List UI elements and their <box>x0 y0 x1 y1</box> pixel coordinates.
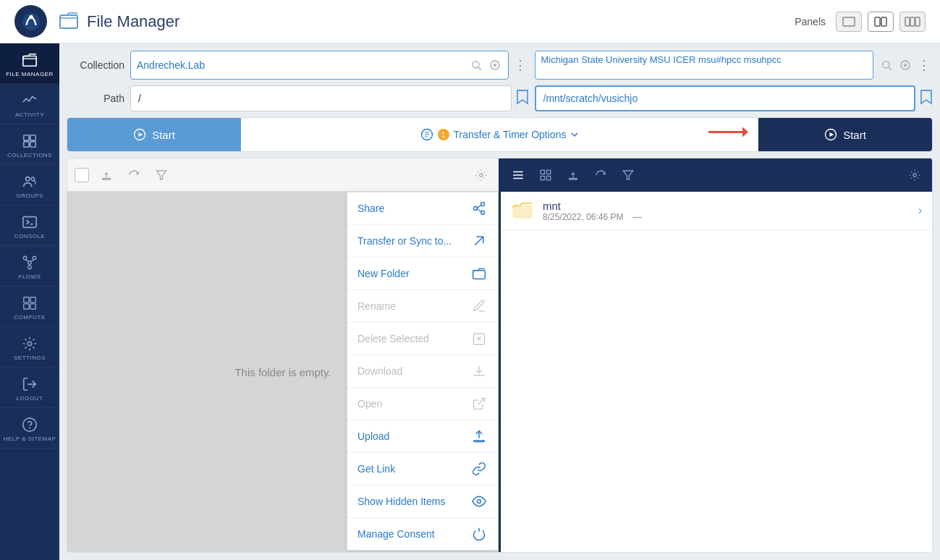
start-left-button[interactable]: Start <box>67 118 241 151</box>
left-collection-value: Andrechek.Lab <box>137 59 469 71</box>
left-settings-icon[interactable] <box>471 165 491 185</box>
right-filter-icon[interactable] <box>618 165 638 185</box>
right-refresh-icon[interactable] <box>590 165 611 185</box>
svg-rect-10 <box>24 135 29 140</box>
sidebar-item-settings[interactable]: SETTINGS <box>0 327 59 368</box>
left-collection-menu-btn[interactable]: ⋮ <box>512 52 529 78</box>
sidebar-label-groups: GROUPS <box>16 192 43 199</box>
svg-point-63 <box>478 500 481 504</box>
svg-rect-4 <box>875 17 880 26</box>
ctx-show-hidden-label: Show Hidden Items <box>357 496 445 507</box>
ctx-rename-label: Rename <box>357 300 396 312</box>
ctx-rename: Rename <box>347 290 498 323</box>
svg-rect-70 <box>547 177 551 180</box>
svg-line-39 <box>889 67 892 70</box>
ctx-download-icon <box>470 362 488 380</box>
right-up-icon[interactable] <box>563 165 583 185</box>
dual-panel-btn[interactable] <box>868 12 894 32</box>
right-menu-icon[interactable] <box>508 165 528 185</box>
svg-rect-73 <box>513 205 532 218</box>
left-select-all-checkbox[interactable] <box>75 168 89 182</box>
sidebar-label-compute: COMPUTE <box>14 314 46 321</box>
svg-point-29 <box>27 341 32 346</box>
right-panel-toolbar <box>501 158 932 192</box>
right-close-icon[interactable] <box>898 58 913 72</box>
ctx-download: Download <box>347 355 498 388</box>
sidebar-item-help[interactable]: HELP & SITEMAP <box>0 408 59 449</box>
ctx-eye-icon <box>470 493 488 510</box>
table-row[interactable]: mnt 8/25/2022, 06:46 PM — › <box>501 192 932 230</box>
sidebar-item-file-manager[interactable]: FILE MANAGER <box>0 43 59 84</box>
svg-rect-5 <box>881 17 886 26</box>
ctx-upload[interactable]: Upload <box>347 420 498 453</box>
sidebar-label-file-manager: FILE MANAGER <box>6 71 54 77</box>
svg-rect-13 <box>30 142 35 147</box>
triple-panel-btn[interactable] <box>899 12 926 32</box>
file-list: mnt 8/25/2022, 06:46 PM — › <box>501 192 932 552</box>
svg-point-38 <box>883 61 889 68</box>
sidebar-item-flows[interactable]: FLOWS <box>0 246 59 287</box>
svg-rect-12 <box>24 142 29 147</box>
left-search-icon[interactable] <box>469 58 483 72</box>
ctx-download-label: Download <box>357 365 402 377</box>
left-bookmark-icon[interactable] <box>516 89 529 109</box>
sidebar-label-collections: COLLECTIONS <box>7 152 52 158</box>
svg-rect-9 <box>23 56 36 67</box>
ctx-open-icon <box>470 395 488 412</box>
fm-container: Collection Andrechek.Lab <box>59 43 940 560</box>
sidebar-item-collections[interactable]: COLLECTIONS <box>0 124 59 165</box>
transfer-badge: 1 <box>438 129 449 140</box>
arrow-indicator <box>705 122 748 148</box>
ctx-power-icon <box>470 525 488 543</box>
right-search-icon[interactable] <box>879 58 894 72</box>
svg-rect-67 <box>541 170 544 174</box>
app-logo[interactable] <box>14 5 47 38</box>
right-path-input[interactable] <box>535 85 916 111</box>
ctx-transfer-or-sync[interactable]: Transfer or Sync to... <box>347 225 498 258</box>
svg-point-52 <box>481 203 485 206</box>
sidebar: FILE MANAGER ACTIVITY COLLECTIONS GROUPS… <box>0 43 59 560</box>
ctx-get-link[interactable]: Get Link <box>347 453 498 485</box>
svg-rect-58 <box>473 271 486 279</box>
left-refresh-icon[interactable] <box>124 165 144 185</box>
ctx-rename-icon <box>470 297 488 315</box>
sidebar-item-logout[interactable]: LOGOUT <box>0 368 59 408</box>
start-right-button[interactable]: Start <box>758 118 932 151</box>
left-filter-icon[interactable] <box>151 165 172 185</box>
svg-point-19 <box>33 256 36 260</box>
panels-label: Panels <box>795 16 826 27</box>
sidebar-item-groups[interactable]: GROUPS <box>0 165 59 205</box>
sidebar-label-activity: ACTIVITY <box>15 111 44 118</box>
ctx-show-hidden[interactable]: Show Hidden Items <box>347 485 498 518</box>
left-panel-toolbar <box>67 158 499 192</box>
ctx-consent-label: Manage Consent <box>357 528 435 540</box>
left-path-input[interactable] <box>130 85 512 111</box>
svg-rect-11 <box>30 135 35 140</box>
left-up-icon[interactable] <box>96 165 117 185</box>
left-close-icon[interactable] <box>488 58 502 72</box>
left-panel: This folder is empty. Share Transfer or … <box>67 158 499 552</box>
right-bookmark-icon[interactable] <box>920 89 933 109</box>
sidebar-item-console[interactable]: CONSOLE <box>0 205 59 246</box>
single-panel-btn[interactable] <box>836 12 862 32</box>
ctx-link-icon <box>470 460 488 478</box>
left-collection-input-wrap: Andrechek.Lab <box>130 51 509 80</box>
right-collection-menu-btn[interactable]: ⋮ <box>915 52 933 78</box>
ctx-new-folder-label: New Folder <box>357 268 410 279</box>
file-name: mnt <box>543 200 910 212</box>
ctx-new-folder[interactable]: New Folder <box>347 258 498 290</box>
folder-date-text: 8/25/2022, 06:46 PM <box>543 212 623 222</box>
ctx-manage-consent[interactable]: Manage Consent <box>347 518 498 550</box>
folder-icon <box>511 199 534 222</box>
sidebar-item-compute[interactable]: COMPUTE <box>0 287 59 327</box>
right-grid-icon[interactable] <box>535 165 556 185</box>
transfer-options-btn[interactable]: 1 Transfer & Timer Options <box>241 128 758 141</box>
sidebar-item-activity[interactable]: ACTIVITY <box>0 84 59 124</box>
left-collection-icons <box>469 58 502 72</box>
ctx-share[interactable]: Share <box>347 192 498 225</box>
right-settings-icon[interactable] <box>905 165 925 185</box>
svg-point-51 <box>480 173 483 177</box>
ctx-delete-icon <box>470 330 488 347</box>
sidebar-label-logout: LOGOUT <box>17 395 43 402</box>
path-row: Path <box>67 85 933 111</box>
